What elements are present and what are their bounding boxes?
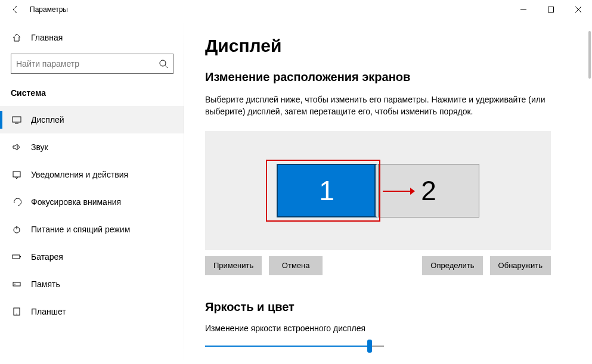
search-field[interactable] <box>16 59 159 69</box>
sidebar-item-label: Дисплей <box>31 115 64 125</box>
focus-icon <box>11 197 23 207</box>
sidebar-item-tablet[interactable]: Планшет <box>0 298 184 325</box>
svg-rect-3 <box>13 172 20 177</box>
minimize-button[interactable] <box>510 0 537 19</box>
home-link[interactable]: Главная <box>0 26 184 49</box>
window-title: Параметры <box>30 5 68 14</box>
detect-button[interactable]: Обнаружить <box>490 256 551 275</box>
sound-icon <box>11 142 23 152</box>
sidebar-item-label: Планшет <box>31 307 66 316</box>
arrange-title: Изменение расположения экранов <box>205 70 572 84</box>
sidebar-item-focus[interactable]: Фокусировка внимания <box>0 188 184 216</box>
svg-rect-0 <box>548 7 554 13</box>
sidebar-item-label: Питание и спящий режим <box>31 225 130 234</box>
maximize-button[interactable] <box>537 0 565 19</box>
display-icon <box>11 115 23 125</box>
monitor-2[interactable]: 2 <box>378 164 479 217</box>
sidebar-item-label: Батарея <box>31 252 63 262</box>
slider-thumb[interactable] <box>367 340 372 353</box>
sidebar-item-sound[interactable]: Звук <box>0 133 184 161</box>
sidebar-item-power[interactable]: Питание и спящий режим <box>0 216 184 243</box>
arrange-description: Выберите дисплей ниже, чтобы изменить ег… <box>205 94 551 118</box>
svg-point-8 <box>14 284 16 285</box>
scrollbar-thumb[interactable] <box>588 31 591 79</box>
apply-button[interactable]: Применить <box>205 256 262 275</box>
sidebar-item-label: Память <box>31 279 60 289</box>
svg-rect-2 <box>13 117 21 122</box>
brightness-slider[interactable] <box>205 339 384 353</box>
back-button[interactable] <box>7 5 24 14</box>
cancel-button[interactable]: Отмена <box>269 256 323 275</box>
svg-rect-7 <box>13 282 20 286</box>
display-arrange-area[interactable]: 1 2 <box>205 131 551 250</box>
svg-point-10 <box>16 313 17 314</box>
content-area: Дисплей Изменение расположения экранов В… <box>185 19 592 364</box>
storage-icon <box>11 279 23 289</box>
svg-rect-6 <box>20 256 21 257</box>
sidebar-item-storage[interactable]: Память <box>0 270 184 298</box>
scrollbar[interactable] <box>584 19 592 364</box>
home-icon <box>11 33 23 42</box>
page-title: Дисплей <box>205 36 572 56</box>
sidebar: Главная Система Дисплей Звук <box>0 19 185 364</box>
monitor-1[interactable]: 1 <box>277 164 378 217</box>
sidebar-item-label: Уведомления и действия <box>31 170 128 179</box>
brightness-label: Изменение яркости встроенного дисплея <box>205 323 572 333</box>
sidebar-item-display[interactable]: Дисплей <box>0 106 184 133</box>
power-icon <box>11 225 23 234</box>
tablet-icon <box>11 307 23 316</box>
sidebar-item-notifications[interactable]: Уведомления и действия <box>0 161 184 188</box>
svg-point-1 <box>160 60 166 66</box>
sidebar-item-battery[interactable]: Батарея <box>0 243 184 270</box>
notifications-icon <box>11 170 23 179</box>
section-title: Система <box>0 82 184 106</box>
brightness-title: Яркость и цвет <box>205 300 572 314</box>
search-icon <box>159 59 168 69</box>
sidebar-item-label: Звук <box>31 142 48 152</box>
home-label: Главная <box>31 33 63 42</box>
close-button[interactable] <box>565 0 592 19</box>
battery-icon <box>11 252 23 262</box>
svg-rect-5 <box>13 255 20 259</box>
identify-button[interactable]: Определить <box>422 256 482 275</box>
search-input[interactable] <box>11 54 173 74</box>
sidebar-item-label: Фокусировка внимания <box>31 197 121 207</box>
titlebar: Параметры <box>0 0 592 19</box>
